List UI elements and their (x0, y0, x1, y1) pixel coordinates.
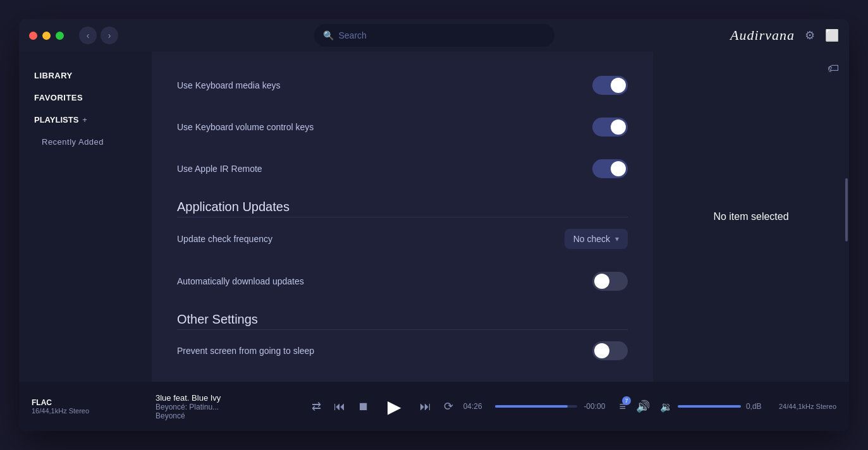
queue-count-badge: 7 (622, 396, 631, 405)
update-frequency-value: No check (573, 234, 610, 244)
nav-buttons: ‹ › (79, 27, 118, 44)
progress-fill (495, 405, 568, 408)
audio-quality: 24/44,1kHz Stereo (779, 403, 836, 410)
app-window: ‹ › 🔍 Search Audirvana ⚙ ⬜ LIBRARY FAVOR… (19, 19, 849, 431)
auto-download-label: Automatically download updates (177, 276, 304, 286)
tag-icon[interactable]: 🏷 (828, 62, 839, 75)
volume-db: 0,dB (746, 402, 769, 411)
other-settings-title: Other Settings (177, 312, 628, 327)
prevent-sleep-row: Prevent screen from going to sleep (177, 330, 628, 372)
toggle-knob (611, 161, 626, 176)
time-elapsed: 04:26 (463, 402, 489, 411)
forward-button[interactable]: › (101, 27, 118, 44)
keyboard-media-keys-toggle[interactable] (592, 76, 628, 95)
settings-panel[interactable]: Use Keyboard media keys Use Keyboard vol… (152, 52, 653, 382)
keyboard-media-keys-row: Use Keyboard media keys (177, 64, 628, 106)
keyboard-volume-keys-row: Use Keyboard volume control keys (177, 106, 628, 148)
keyboard-media-keys-label: Use Keyboard media keys (177, 80, 280, 90)
app-logo: Audirvana (730, 27, 795, 44)
no-item-text: No item selected (713, 211, 788, 222)
previous-button[interactable]: ⏮ (334, 400, 345, 413)
display-icon[interactable]: ⬜ (825, 28, 839, 42)
maximize-button[interactable] (56, 32, 64, 40)
search-icon: 🔍 (323, 30, 334, 40)
search-bar[interactable]: 🔍 Search (314, 24, 554, 47)
auto-download-row: Automatically download updates (177, 260, 628, 302)
keyboard-volume-keys-toggle[interactable] (592, 118, 628, 137)
stop-button[interactable]: ⏹ (358, 400, 369, 413)
right-panel: No item selected 🏷 (653, 52, 849, 382)
window-controls (29, 32, 64, 40)
repeat-button[interactable]: ⟳ (444, 399, 453, 413)
scrollbar-thumb[interactable] (845, 178, 848, 241)
audio-quality-text: 24/44,1kHz Stereo (779, 403, 836, 410)
chevron-right-icon: › (108, 30, 111, 40)
back-button[interactable]: ‹ (79, 27, 97, 44)
apple-ir-label: Use Apple IR Remote (177, 164, 262, 174)
sidebar-item-playlists[interactable]: PLAYLISTS + (19, 109, 152, 131)
main-layout: LIBRARY FAVORITES PLAYLISTS + Recently A… (19, 52, 849, 382)
minimize-button[interactable] (42, 32, 51, 40)
track-album: Beyoncé: Platinu... (156, 403, 302, 411)
toggle-knob (594, 343, 609, 358)
title-right: Audirvana ⚙ ⬜ (730, 27, 839, 44)
track-artist: Beyoncé (156, 411, 302, 420)
update-frequency-row: Update check frequency No check ▾ (177, 217, 628, 260)
scrollbar-track (844, 52, 849, 382)
volume-bar[interactable] (678, 405, 741, 408)
progress-section: 04:26 -00:00 (463, 402, 609, 411)
track-details: 3lue feat. Blue Ivy Beyoncé: Platinu... … (156, 393, 302, 420)
sidebar-item-favorites[interactable]: FAVORITES (19, 87, 152, 109)
update-frequency-dropdown[interactable]: No check ▾ (565, 229, 628, 249)
track-format: FLAC (32, 398, 145, 407)
volume-icon[interactable]: 🔉 (660, 401, 673, 413)
apple-ir-row: Use Apple IR Remote (177, 148, 628, 190)
sidebar-item-recently-added[interactable]: Recently Added (19, 131, 152, 153)
progress-bar[interactable] (495, 405, 578, 408)
next-button[interactable]: ⏭ (420, 400, 431, 413)
auto-download-toggle[interactable] (592, 272, 628, 291)
prevent-sleep-toggle[interactable] (592, 341, 628, 360)
app-updates-title: Application Updates (177, 200, 628, 214)
sidebar-item-library[interactable]: LIBRARY (19, 64, 152, 87)
track-name: 3lue feat. Blue Ivy (156, 393, 302, 403)
player-bar: FLAC 16/44,1kHz Stereo 3lue feat. Blue I… (19, 382, 849, 431)
apple-ir-toggle[interactable] (592, 159, 628, 178)
sidebar: LIBRARY FAVORITES PLAYLISTS + Recently A… (19, 52, 152, 382)
close-button[interactable] (29, 32, 37, 40)
toggle-knob (594, 274, 609, 289)
keyboard-volume-keys-label: Use Keyboard volume control keys (177, 122, 314, 132)
time-remaining: -00:00 (584, 402, 609, 411)
track-quality: 16/44,1kHz Stereo (32, 407, 145, 415)
toggle-knob (611, 119, 626, 135)
add-playlist-button[interactable]: + (82, 115, 87, 125)
player-controls: ⇄ ⏮ ⏹ ▶ ⏭ ⟳ (312, 394, 453, 419)
settings-icon[interactable]: ⚙ (805, 28, 815, 42)
title-bar: ‹ › 🔍 Search Audirvana ⚙ ⬜ (19, 19, 849, 52)
update-frequency-label: Update check frequency (177, 234, 272, 244)
chevron-left-icon: ‹ (87, 30, 90, 40)
speaker-icon[interactable]: 🔊 (636, 399, 650, 413)
shuffle-button[interactable]: ⇄ (312, 399, 321, 413)
play-button[interactable]: ▶ (382, 394, 407, 419)
playlists-label: PLAYLISTS (34, 115, 78, 125)
toggle-knob (611, 78, 626, 93)
volume-section: 🔉 0,dB (660, 401, 769, 413)
prevent-sleep-label: Prevent screen from going to sleep (177, 346, 314, 356)
queue-button[interactable]: ≡ 7 (619, 400, 626, 413)
search-placeholder: Search (339, 30, 367, 40)
chevron-down-icon: ▾ (615, 234, 619, 243)
track-format-info: FLAC 16/44,1kHz Stereo (32, 398, 145, 415)
